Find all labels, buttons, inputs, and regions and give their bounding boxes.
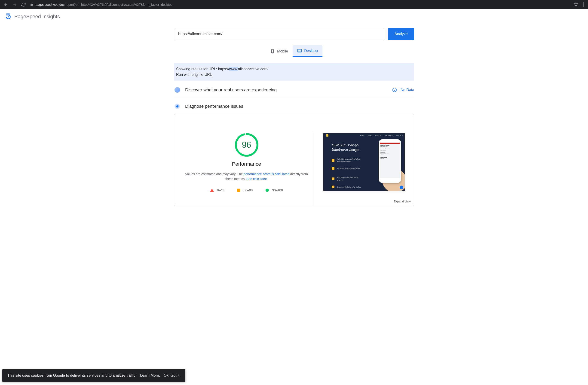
legend-low: 0–49	[210, 188, 224, 192]
no-data-badge: No Data	[392, 88, 414, 92]
info-icon	[392, 88, 397, 92]
browser-edge	[583, 2, 584, 7]
app-title: PageSpeed Insights	[14, 14, 60, 20]
back-button[interactable]	[4, 2, 8, 7]
url-input[interactable]	[174, 28, 384, 40]
analyze-button[interactable]: Analyze	[388, 28, 414, 40]
svg-point-3	[8, 16, 9, 17]
svg-rect-6	[298, 49, 302, 52]
legend-mid: 50–89	[237, 188, 253, 192]
browser-chrome: pagespeed.web.dev/report?url=https%3A%2F…	[0, 0, 588, 9]
analyze-form: Analyze	[174, 24, 414, 44]
triangle-icon	[210, 189, 214, 192]
performance-score: 96	[234, 132, 259, 157]
notice-line: Showing results for URL: https://www.all…	[176, 66, 412, 72]
tab-desktop[interactable]: Desktop	[293, 45, 322, 57]
circle-icon	[266, 189, 269, 192]
calc-link-1[interactable]: performance score is calculated	[244, 172, 289, 176]
app-header: PageSpeed Insights	[0, 9, 588, 24]
diagnose-title: Diagnose performance issues	[185, 104, 414, 109]
diagnose-card: 96 Performance Values are estimated and …	[174, 114, 414, 206]
expand-view-link[interactable]: Expand view	[394, 200, 411, 203]
section-diagnose: Diagnose performance issues	[174, 97, 414, 113]
chat-bubble-icon	[400, 185, 403, 189]
calc-link-2[interactable]: See calculator.	[246, 177, 268, 181]
run-original-link[interactable]: Run with original URL	[176, 73, 212, 77]
lock-icon	[30, 3, 33, 7]
svg-marker-0	[574, 2, 578, 6]
tab-mobile[interactable]: Mobile	[266, 45, 293, 57]
score-legend: 0–49 50–89 90–100	[180, 188, 313, 192]
square-icon	[237, 189, 240, 192]
form-factor-tabs: Mobile Desktop	[174, 44, 414, 57]
discover-title: Discover what your real users are experi…	[185, 87, 392, 92]
legend-high: 90–100	[266, 188, 283, 192]
performance-gauge-panel: 96 Performance Values are estimated and …	[180, 132, 313, 206]
performance-label: Performance	[180, 161, 313, 167]
section-discover: Discover what your real users are experi…	[174, 81, 414, 97]
site-screenshot: HOMEBLOGSERVICEOURCLIENTSCONTACT รับทำSE…	[322, 132, 406, 192]
discover-icon	[174, 87, 180, 93]
psi-logo-icon	[5, 13, 12, 20]
url-notice: Showing results for URL: https://www.all…	[174, 63, 414, 81]
url-bar[interactable]: pagespeed.web.dev/report?url=https%3A%2F…	[30, 3, 569, 7]
reload-button[interactable]	[21, 2, 26, 7]
screenshot-panel: HOMEBLOGSERVICEOURCLIENTSCONTACT รับทำSE…	[322, 132, 408, 206]
url-text: pagespeed.web.dev/report?url=https%3A%2F…	[36, 3, 172, 6]
bookmark-star-icon[interactable]	[574, 2, 578, 7]
diagnose-icon	[174, 103, 180, 109]
forward-button[interactable]	[13, 2, 17, 7]
performance-description: Values are estimated and may vary. The p…	[180, 172, 313, 182]
